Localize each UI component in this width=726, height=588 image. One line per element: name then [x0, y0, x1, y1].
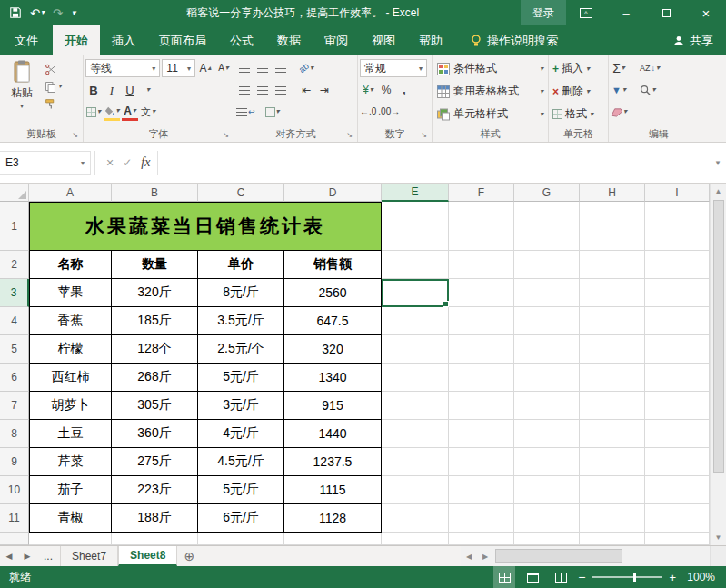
cell-H-filler[interactable]: [580, 533, 645, 545]
cell-I11[interactable]: [645, 504, 710, 533]
cell-I-filler[interactable]: [645, 533, 710, 545]
scroll-right-icon[interactable]: ▶: [477, 546, 493, 566]
decrease-decimal-button[interactable]: .00→: [378, 103, 400, 121]
row-header-1[interactable]: 1: [0, 202, 29, 251]
sheet-nav-right-icon[interactable]: ▶: [18, 546, 36, 566]
page-break-view-button[interactable]: [550, 566, 572, 588]
decrease-indent-icon[interactable]: ⇤: [298, 81, 314, 99]
cell-F10[interactable]: [449, 476, 514, 504]
cell-E7[interactable]: [382, 392, 449, 420]
save-icon[interactable]: [9, 6, 22, 19]
enter-icon[interactable]: ✓: [123, 156, 132, 169]
scroll-up-icon[interactable]: ▲: [711, 184, 726, 199]
cancel-icon[interactable]: ×: [106, 155, 114, 170]
cell-G7[interactable]: [514, 392, 580, 420]
cell-G5[interactable]: [514, 335, 580, 364]
cell-B-filler[interactable]: [112, 533, 198, 545]
phonetic-guide-button[interactable]: 文▾: [140, 103, 156, 121]
cell-D6[interactable]: 1340: [284, 364, 382, 392]
cell-G10[interactable]: [514, 476, 580, 504]
font-dialog-launcher[interactable]: ↘: [223, 132, 229, 139]
increase-indent-icon[interactable]: ⇥: [316, 81, 333, 99]
row-header-2[interactable]: 2: [0, 251, 29, 279]
horizontal-scroll-thumb[interactable]: [495, 549, 622, 563]
cell-H6[interactable]: [580, 364, 645, 392]
column-header-F[interactable]: F: [449, 184, 514, 202]
underline-dropdown-icon[interactable]: ▾: [140, 81, 156, 99]
cell-B9[interactable]: 275斤: [112, 448, 198, 476]
cell-I2[interactable]: [645, 251, 710, 279]
cell-I1[interactable]: [645, 202, 710, 251]
horizontal-scroll-track[interactable]: [493, 546, 710, 566]
row-header-10[interactable]: 10: [0, 476, 29, 504]
name-box[interactable]: E3 ▾: [0, 151, 91, 175]
align-left-icon[interactable]: [236, 81, 253, 99]
page-layout-view-button[interactable]: [522, 566, 543, 588]
column-header-D[interactable]: D: [284, 184, 382, 202]
row-header-11[interactable]: 11: [0, 504, 29, 533]
cell-G4[interactable]: [514, 307, 580, 335]
cell-A3[interactable]: 苹果: [29, 279, 112, 307]
italic-button[interactable]: I: [104, 81, 120, 99]
cell-G9[interactable]: [514, 448, 580, 476]
align-right-icon[interactable]: [273, 81, 289, 99]
cell-H8[interactable]: [580, 420, 645, 448]
insert-cells-button[interactable]: + 插入 ▾: [551, 58, 606, 79]
underline-button[interactable]: U: [122, 81, 138, 99]
clipboard-dialog-launcher[interactable]: ↘: [72, 132, 78, 139]
increase-decimal-button[interactable]: ←.0: [360, 103, 376, 121]
clear-button[interactable]: ▾: [611, 103, 627, 121]
cell-D8[interactable]: 1440: [284, 420, 382, 448]
cell-C6[interactable]: 5元/斤: [198, 364, 284, 392]
cell-C5[interactable]: 2.5元/个: [198, 335, 284, 364]
cell-H2[interactable]: [580, 251, 645, 279]
row-header-6[interactable]: 6: [0, 364, 29, 392]
cell-G6[interactable]: [514, 364, 580, 392]
cell-I7[interactable]: [645, 392, 710, 420]
cell-A8[interactable]: 土豆: [29, 420, 112, 448]
cell-G3[interactable]: [514, 279, 580, 307]
cell-B8[interactable]: 360斤: [112, 420, 198, 448]
orientation-button[interactable]: ab▾: [298, 59, 314, 77]
cell-A5[interactable]: 柠檬: [29, 335, 112, 364]
select-all-button[interactable]: [0, 184, 29, 202]
formula-input[interactable]: [157, 151, 710, 175]
cell-E6[interactable]: [382, 364, 449, 392]
number-format-combo[interactable]: 常规▾: [360, 59, 427, 77]
cell-F5[interactable]: [449, 335, 514, 364]
sheet-tab-sheet8[interactable]: Sheet8: [118, 546, 177, 566]
column-header-E[interactable]: E: [382, 184, 449, 202]
customize-qat-icon[interactable]: ▾: [71, 9, 76, 17]
align-bottom-icon[interactable]: [273, 59, 289, 77]
cell-A10[interactable]: 茄子: [29, 476, 112, 504]
ribbon-display-options-icon[interactable]: ^: [566, 0, 606, 25]
cell-G1[interactable]: [514, 202, 580, 251]
cell-C10[interactable]: 5元/斤: [198, 476, 284, 504]
cell-E3[interactable]: [382, 279, 449, 307]
cell-I9[interactable]: [645, 448, 710, 476]
cell-C2[interactable]: 单价: [198, 251, 284, 279]
zoom-out-button[interactable]: −: [578, 570, 585, 584]
tab-help[interactable]: 帮助: [407, 25, 454, 55]
zoom-in-button[interactable]: +: [669, 571, 676, 584]
cell-E1[interactable]: [382, 202, 449, 251]
cell-F8[interactable]: [449, 420, 514, 448]
cell-G2[interactable]: [514, 251, 580, 279]
cell-C8[interactable]: 4元/斤: [198, 420, 284, 448]
cell-H1[interactable]: [580, 202, 645, 251]
cell-C4[interactable]: 3.5元/斤: [198, 307, 284, 335]
cell-H4[interactable]: [580, 307, 645, 335]
cell-E2[interactable]: [382, 251, 449, 279]
cell-E5[interactable]: [382, 335, 449, 364]
cell-D3[interactable]: 2560: [284, 279, 382, 307]
sheet-nav-left-icon[interactable]: ◀: [0, 546, 18, 566]
fill-color-button[interactable]: ▾: [104, 103, 120, 121]
cell-I10[interactable]: [645, 476, 710, 504]
row-header-filler[interactable]: [0, 533, 29, 545]
column-header-G[interactable]: G: [514, 184, 580, 202]
row-header-3[interactable]: 3: [0, 279, 29, 307]
tell-me-search[interactable]: 操作说明搜索: [471, 25, 558, 55]
new-sheet-button[interactable]: ⊕: [177, 546, 201, 566]
cell-F-filler[interactable]: [449, 533, 514, 545]
zoom-slider-thumb[interactable]: [633, 573, 636, 582]
